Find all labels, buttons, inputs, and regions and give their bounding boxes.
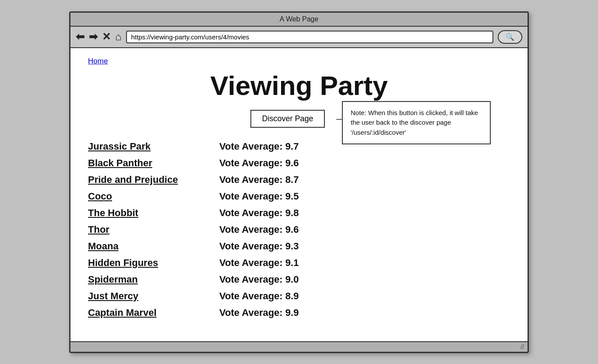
movie-vote-average: Vote Average: 9.9 <box>219 307 299 318</box>
movie-title[interactable]: Jurassic Park <box>88 141 211 152</box>
movie-vote-average: Vote Average: 9.6 <box>219 224 299 235</box>
browser-window: A Web Page ⬅ ➡ ✕ ⌂ 🔍 Home Viewing Party … <box>69 11 529 353</box>
search-button[interactable]: 🔍 <box>498 30 522 44</box>
movie-vote-average: Vote Average: 9.5 <box>219 191 299 202</box>
movie-vote-average: Vote Average: 8.7 <box>219 174 299 186</box>
back-button[interactable]: ⬅ <box>76 31 84 43</box>
search-icon: 🔍 <box>506 33 514 41</box>
movie-title[interactable]: The Hobbit <box>88 207 211 219</box>
movie-title[interactable]: Captain Marvel <box>88 307 211 318</box>
browser-title: A Web Page <box>280 15 319 23</box>
movie-vote-average: Vote Average: 9.6 <box>219 158 299 169</box>
movie-vote-average: Vote Average: 9.3 <box>219 241 299 252</box>
movie-list: Jurassic ParkVote Average: 9.7Black Pant… <box>88 141 510 318</box>
close-button[interactable]: ✕ <box>102 31 111 43</box>
movie-row: ThorVote Average: 9.6 <box>88 224 510 235</box>
movie-vote-average: Vote Average: 9.0 <box>219 274 299 285</box>
movie-vote-average: Vote Average: 8.9 <box>219 290 299 302</box>
movie-title[interactable]: Moana <box>88 241 211 252</box>
movie-row: Pride and PrejudiceVote Average: 8.7 <box>88 174 510 186</box>
movie-title[interactable]: Black Panther <box>88 158 211 169</box>
address-bar[interactable] <box>126 31 494 43</box>
home-button[interactable]: ⌂ <box>115 31 122 43</box>
movie-title[interactable]: Spiderman <box>88 274 211 285</box>
movie-title[interactable]: Thor <box>88 224 211 235</box>
movie-title[interactable]: Pride and Prejudice <box>88 174 211 186</box>
movie-row: CocoVote Average: 9.5 <box>88 191 510 202</box>
movie-row: MoanaVote Average: 9.3 <box>88 241 510 252</box>
home-link[interactable]: Home <box>88 57 108 66</box>
movie-title[interactable]: Coco <box>88 191 211 202</box>
movie-row: Hidden FiguresVote Average: 9.1 <box>88 257 510 269</box>
movie-row: Captain MarvelVote Average: 9.9 <box>88 307 510 318</box>
tooltip-text: Note: When this button is clicked, it wi… <box>351 109 478 136</box>
forward-button[interactable]: ➡ <box>89 31 98 43</box>
movie-title[interactable]: Hidden Figures <box>88 257 211 269</box>
movie-title[interactable]: Just Mercy <box>88 290 211 302</box>
page-content: Home Viewing Party Discover Page → Note:… <box>70 48 528 341</box>
movie-vote-average: Vote Average: 9.7 <box>219 141 299 152</box>
movie-row: SpidermanVote Average: 9.0 <box>88 274 510 285</box>
movie-row: Just MercyVote Average: 8.9 <box>88 290 510 302</box>
status-bar: // <box>70 341 528 352</box>
title-bar: A Web Page <box>70 13 528 27</box>
discover-page-button[interactable]: Discover Page <box>250 110 324 128</box>
nav-bar: ⬅ ➡ ✕ ⌂ 🔍 <box>70 27 528 48</box>
discover-section: Discover Page → Note: When this button i… <box>88 110 510 128</box>
page-title: Viewing Party <box>88 70 510 101</box>
status-icon: // <box>521 343 524 350</box>
movie-row: Black PantherVote Average: 9.6 <box>88 158 510 169</box>
tooltip-box: Note: When this button is clicked, it wi… <box>342 101 491 145</box>
movie-vote-average: Vote Average: 9.8 <box>219 207 299 219</box>
movie-vote-average: Vote Average: 9.1 <box>219 257 299 269</box>
movie-row: The HobbitVote Average: 9.8 <box>88 207 510 219</box>
